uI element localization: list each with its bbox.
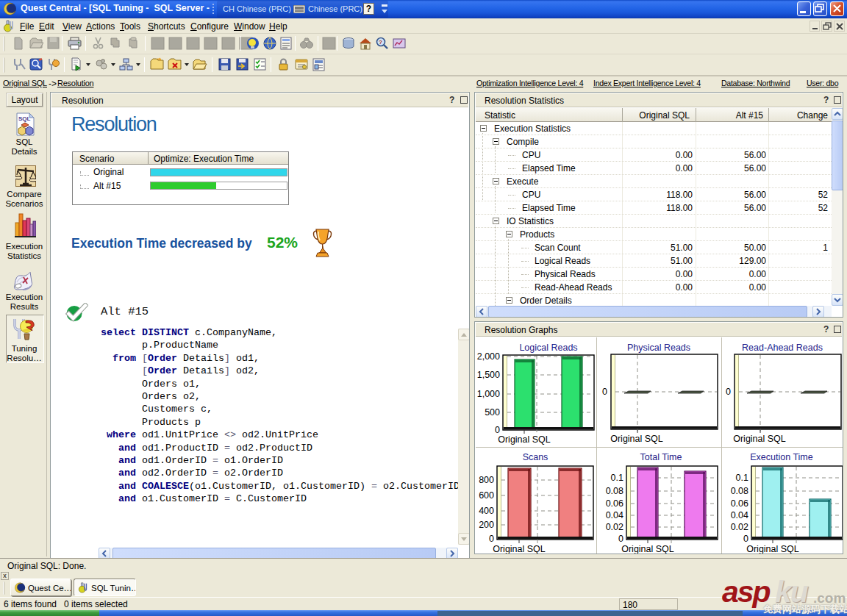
svg-text:0.06: 0.06 (731, 498, 748, 509)
svg-text:2,000: 2,000 (477, 351, 500, 362)
svg-text:0: 0 (743, 534, 748, 544)
svg-text:0: 0 (602, 387, 607, 397)
svg-text:Original SQL: Original SQL (493, 544, 546, 554)
svg-text:Read-Ahead Reads: Read-Ahead Reads (742, 343, 823, 353)
svg-text:0: 0 (489, 534, 494, 544)
svg-text:0.1: 0.1 (611, 473, 623, 483)
svg-text:0: 0 (495, 425, 500, 435)
svg-text:0.06: 0.06 (606, 498, 623, 509)
svg-text:Physical Reads: Physical Reads (627, 343, 690, 353)
svg-text:1,000: 1,000 (477, 389, 500, 399)
svg-text:Original SQL: Original SQL (610, 434, 663, 444)
svg-text:500: 500 (485, 407, 500, 418)
svg-text:800: 800 (479, 475, 494, 485)
svg-text:400: 400 (479, 506, 494, 516)
svg-text:Original SQL: Original SQL (733, 434, 786, 444)
svg-text:Original SQL: Original SQL (746, 544, 799, 554)
svg-text:0.08: 0.08 (606, 486, 623, 496)
svg-text:1,500: 1,500 (477, 370, 500, 380)
svg-text:0: 0 (618, 534, 623, 544)
svg-text:Scans: Scans (523, 452, 548, 462)
svg-text:Original SQL: Original SQL (621, 544, 674, 554)
svg-text:0: 0 (726, 387, 731, 397)
svg-text:Logical Reads: Logical Reads (519, 343, 577, 353)
svg-text:0.04: 0.04 (731, 510, 748, 520)
svg-text:0.02: 0.02 (606, 522, 623, 532)
svg-text:SQL: SQL (18, 115, 31, 122)
svg-text:Execution Time: Execution Time (750, 452, 813, 462)
svg-text:200: 200 (479, 520, 494, 530)
svg-text:0.08: 0.08 (731, 486, 748, 496)
svg-text:?: ? (379, 39, 382, 46)
svg-text:0.04: 0.04 (606, 510, 623, 520)
svg-text:600: 600 (479, 490, 494, 501)
svg-text:Total Time: Total Time (640, 452, 682, 462)
svg-text:Original SQL: Original SQL (498, 434, 551, 445)
svg-text:0.02: 0.02 (731, 522, 748, 532)
svg-text:0.1: 0.1 (736, 473, 748, 483)
